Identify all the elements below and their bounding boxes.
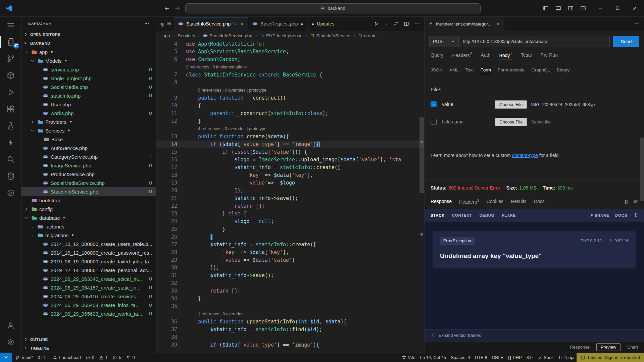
toggle-panel-icon[interactable] [555, 5, 561, 11]
language-mode[interactable]: {}PHP [506, 353, 524, 362]
body-format-tab[interactable]: Binary [557, 66, 569, 74]
editor-scrollbar[interactable] [419, 40, 424, 353]
package-icon[interactable] [0, 67, 21, 84]
code-line[interactable]: 12 } [156, 117, 424, 125]
code-line[interactable]: 27 $static_info = staticInfo::create([ [156, 241, 424, 249]
tree-file-row[interactable]: phpUser.php [21, 100, 156, 109]
choose-file-button[interactable]: Choose File [495, 100, 527, 109]
tree-file-row[interactable]: phpservices.phpU [21, 65, 156, 74]
tree-file-row[interactable]: php2014_10_12_100000_create_password_res… [21, 248, 156, 257]
code-line[interactable]: 19 'value'=> $logo [156, 179, 424, 187]
code-line[interactable]: 7class StaticInfoService extends BaseSer… [156, 71, 424, 79]
gitlens-icon[interactable] [0, 185, 21, 201]
toggle-sidebar-icon[interactable] [543, 5, 549, 11]
problems-errors[interactable]: 0 [83, 353, 97, 362]
breadcrumb-item[interactable]: create [358, 33, 377, 38]
outline-section[interactable]: OUTLINE [21, 335, 156, 344]
code-editor[interactable]: 4use App\Models\staticInfo;5use App\Serv… [156, 40, 424, 353]
source-control-icon[interactable] [0, 50, 21, 67]
view-chart-button[interactable]: Chart [627, 345, 638, 350]
git-branch[interactable]: main* [13, 353, 35, 362]
minimize-icon[interactable] [598, 6, 603, 11]
request-tab[interactable]: Tests [521, 51, 532, 59]
more-actions-icon[interactable] [144, 21, 149, 26]
body-format-tab[interactable]: JSON [431, 66, 443, 74]
command-center-search[interactable]: backend [185, 3, 481, 13]
close-icon[interactable] [240, 22, 244, 26]
settings-gear-icon[interactable] [633, 213, 638, 218]
code-line[interactable]: 34 } [156, 295, 424, 303]
request-tab[interactable]: Body1 [499, 51, 512, 60]
ignition-action-share[interactable]: ↗ SHARE [590, 213, 609, 218]
code-line[interactable]: 14 if ($data['value_type'] == 'image'){ [156, 141, 424, 148]
response-menu-icon[interactable] [633, 199, 638, 205]
url-input[interactable] [459, 36, 610, 47]
codelens[interactable]: 2 references | 0 implementations [156, 63, 424, 71]
code-line[interactable]: 9 public function __construct() [156, 94, 424, 102]
format-json-icon[interactable]: {} [625, 199, 628, 204]
body-format-tab[interactable]: XML [449, 66, 459, 74]
response-tab[interactable]: Docs [534, 197, 545, 206]
response-tab[interactable]: Headers9 [459, 197, 479, 206]
code-line[interactable]: 30 ]); [156, 264, 424, 272]
code-line[interactable]: 39 if ($data['value_type'] == 'image'){ [156, 341, 424, 349]
tree-file-row[interactable]: phpstaticInfo.phpU [21, 91, 156, 100]
code-line[interactable]: 16 $logo = ImageService::upload_image($d… [156, 156, 424, 164]
request-tab[interactable]: Headers2 [452, 51, 472, 60]
content-type-link[interactable]: content-type [512, 153, 538, 158]
database-icon[interactable] [0, 168, 21, 185]
code-line[interactable]: 38 [156, 333, 424, 341]
body-format-tab[interactable]: Form-encode [498, 66, 525, 74]
breadcrumb-item[interactable]: phpStaticInfoService.php [203, 33, 252, 38]
php-version[interactable]: 8.0 [524, 353, 535, 362]
tree-folder-row[interactable]: Services• [21, 126, 156, 135]
codelens[interactable]: 4 references | 0 overrides | prototype [156, 125, 424, 133]
gitlens-launchpad[interactable]: Launchpad [50, 353, 83, 362]
thunder-client-icon[interactable] [0, 134, 21, 151]
tree-file-row[interactable]: php2024_06_29_065110_create_services_...… [21, 292, 156, 301]
code-line[interactable]: 6use Carbon\Carbon; [156, 56, 424, 63]
code-line[interactable]: 20 ]); [156, 187, 424, 195]
code-line[interactable]: 31 $static_info->save(); [156, 272, 424, 279]
spell-checker[interactable]: Spell [535, 353, 556, 362]
problems-warnings[interactable]: 1 [97, 353, 110, 362]
breadcrumb-item[interactable]: PHP Intelephense [260, 33, 303, 38]
ignition-tab-stack[interactable]: STACK [431, 213, 445, 217]
tree-file-row[interactable]: phpAuthService.php [21, 144, 156, 152]
tree-folder-row[interactable]: Providers• [21, 117, 156, 126]
tree-file-row[interactable]: phpworks.phpU [21, 109, 156, 117]
code-line[interactable]: 15 if (isset($data['value'])) { [156, 148, 424, 156]
scrollbar-thumb[interactable] [419, 117, 424, 193]
code-line[interactable]: 11 parent::__construct(staticInfo::class… [156, 110, 424, 117]
code-line[interactable]: 4use App\Models\staticInfo; [156, 40, 424, 48]
code-line[interactable]: 22 return []; [156, 202, 424, 210]
code-line[interactable]: 5use App\Services\Base\BaseService; [156, 48, 424, 56]
toggle-secondary-sidebar-icon[interactable] [568, 5, 574, 11]
tree-file-row[interactable]: php2019_08_19_000000_create_failed_jobs_… [21, 257, 156, 266]
explorer-icon[interactable]: 47 [0, 34, 21, 50]
response-tab[interactable]: Cookies [487, 197, 504, 206]
eol[interactable]: CRLF [490, 353, 506, 362]
editor-tab[interactable]: hpM [156, 17, 174, 31]
tree-folder-row[interactable]: Models• [21, 56, 156, 65]
code-line[interactable]: 24 $logo = null; [156, 218, 424, 225]
code-line[interactable]: 26 } [156, 233, 424, 241]
breadcrumb-item[interactable]: app [162, 33, 170, 38]
code-line[interactable]: 35 [156, 303, 424, 310]
codelens[interactable]: 1 reference | 0 overrides [156, 310, 424, 318]
body-format-tab[interactable]: GraphQL [531, 66, 550, 74]
view-preview-button[interactable]: Preview [596, 343, 621, 351]
view-response-button[interactable]: Response [570, 345, 590, 350]
expand-vendor-frames-toggle[interactable]: Expand vendor frames [425, 329, 644, 341]
code-line[interactable]: 32 [156, 279, 424, 287]
panel-scrollbar-thumb[interactable] [640, 138, 644, 201]
compare-changes-icon[interactable] [393, 21, 399, 27]
code-line[interactable]: 13 public function create($data){ [156, 133, 424, 141]
tree-folder-row[interactable]: factories [21, 222, 156, 231]
close-window-icon[interactable] [632, 6, 637, 11]
ignition-action-docs[interactable]: DOCS [615, 213, 627, 217]
ignition-tab-context[interactable]: CONTEXT [452, 213, 472, 217]
code-line[interactable]: 37 $static_info = staticInfo::find($id); [156, 326, 424, 333]
response-tab[interactable]: Results [511, 197, 527, 206]
editor-tab[interactable]: phpBaseRequest.php● [248, 17, 307, 31]
